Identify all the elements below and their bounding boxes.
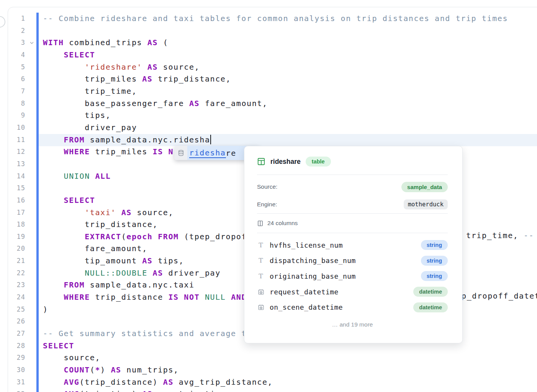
code-fragment-right-of-tooltip: p_dropoff_datet — [462, 291, 537, 301]
code-token: trip_distance, — [43, 220, 158, 229]
table-info-tooltip: rideshare table Source:sample_dataEngine… — [244, 146, 463, 343]
code-line[interactable]: trip_miles AS trip_distance, — [43, 73, 537, 85]
code-token: trip_time, — [43, 87, 137, 96]
code-token — [90, 172, 95, 181]
code-line[interactable]: COUNT(*) AS num_trips, — [43, 364, 537, 376]
tooltip-meta: Source:sample_dataEngine:motherduck — [257, 175, 448, 213]
code-token — [43, 50, 64, 59]
code-token — [43, 292, 64, 302]
code-token — [43, 280, 64, 289]
column-name: originating_base_num — [270, 272, 356, 280]
line-number[interactable]: 30 — [0, 364, 25, 376]
table-kind-badge: table — [306, 157, 331, 167]
line-number[interactable]: 27 — [0, 328, 25, 340]
code-token: FROM — [64, 280, 85, 289]
code-token — [43, 135, 64, 144]
code-line[interactable]: -- Combine rideshare and taxi tables for… — [43, 13, 537, 25]
code-token — [163, 147, 169, 156]
code-token: UNION — [64, 172, 90, 181]
line-number[interactable]: 3 — [0, 37, 25, 49]
fold-toggle[interactable] — [28, 37, 35, 49]
code-line[interactable]: base_passenger_fare AS fare_amount, — [43, 98, 537, 110]
line-number[interactable]: 25 — [0, 304, 25, 316]
code-line[interactable]: SELECT — [43, 49, 537, 61]
table-icon — [257, 157, 265, 166]
code-token: tip_amount — [43, 256, 142, 265]
code-token: avg_trip_time, — [153, 389, 231, 392]
table-name-title: rideshare — [270, 158, 301, 166]
code-token: AS — [121, 208, 132, 217]
code-token — [43, 365, 64, 374]
meta-label: Source: — [257, 183, 277, 190]
code-token: p_dropoff_datet — [462, 291, 537, 301]
line-number[interactable]: 1 — [0, 13, 25, 25]
code-token: avg_trip_distance, — [174, 377, 273, 387]
autocomplete-rest-text: re — [226, 149, 236, 158]
column-row: Thvfhs_license_numstring — [257, 237, 448, 253]
code-token: source, — [158, 62, 200, 72]
code-token: AS — [147, 62, 158, 72]
code-line[interactable]: source, — [43, 352, 537, 364]
line-number[interactable]: 9 — [0, 109, 25, 122]
line-number[interactable]: 22 — [0, 267, 25, 279]
code-fragment-right-of-tooltip: trip_time, -- — [466, 231, 534, 240]
code-token: 'rideshare' — [85, 62, 142, 72]
line-number[interactable]: 11 — [0, 134, 25, 146]
line-number[interactable]: 6 — [0, 73, 25, 85]
column-row: on_scene_datetimedatetime — [257, 299, 448, 315]
line-number[interactable]: 4 — [0, 49, 25, 61]
line-number[interactable]: 14 — [0, 170, 25, 183]
code-token: AS — [142, 74, 152, 83]
code-token: tips, — [43, 111, 111, 120]
line-number[interactable]: 29 — [0, 352, 25, 364]
code-token: EXTRACT — [85, 232, 121, 241]
code-line[interactable]: driver_pay — [43, 122, 537, 134]
line-number[interactable]: 16 — [0, 194, 25, 207]
code-line[interactable]: AVG(trip_time) AS avg_trip_time, — [43, 388, 537, 392]
line-number[interactable]: 32 — [0, 388, 25, 392]
line-number[interactable]: 17 — [0, 207, 25, 219]
line-number[interactable]: 5 — [0, 61, 25, 74]
line-number[interactable]: 10 — [0, 122, 25, 134]
code-token: base_passenger_fare — [43, 99, 189, 108]
line-number[interactable]: 21 — [0, 255, 25, 267]
code-token — [147, 268, 153, 278]
code-token: epoch — [126, 232, 152, 241]
code-token — [226, 292, 231, 302]
code-line[interactable]: WITH combined_trips AS ( — [43, 37, 537, 49]
code-token: WHERE — [64, 292, 90, 302]
code-token: COUNT — [64, 365, 90, 374]
code-line[interactable]: tips, — [43, 109, 537, 122]
line-number[interactable]: 23 — [0, 279, 25, 291]
code-line[interactable]: AVG(trip_distance) AS avg_trip_distance, — [43, 376, 537, 389]
autocomplete-match-text: ridesha — [189, 148, 226, 158]
line-number[interactable]: 24 — [0, 291, 25, 304]
code-line[interactable]: FROM sample_data.nyc.ridesha — [43, 134, 537, 146]
line-number[interactable]: 12 — [0, 146, 25, 158]
line-number[interactable]: 26 — [0, 315, 25, 328]
code-line[interactable]: trip_time, — [43, 85, 537, 98]
line-number[interactable]: 28 — [0, 340, 25, 352]
code-token: -- — [524, 231, 534, 240]
code-token: NULL — [205, 292, 226, 302]
code-token — [43, 147, 64, 156]
code-token: ( — [158, 38, 168, 47]
code-line[interactable]: 'rideshare' AS source, — [43, 61, 537, 74]
text-type-icon: T — [257, 257, 265, 264]
line-number[interactable]: 8 — [0, 98, 25, 110]
code-line[interactable] — [43, 25, 537, 37]
text-cursor — [210, 135, 211, 144]
line-number[interactable]: 13 — [0, 158, 25, 170]
code-token — [142, 62, 147, 72]
line-number[interactable]: 2 — [0, 25, 25, 37]
line-number[interactable]: 20 — [0, 243, 25, 255]
line-number[interactable]: 7 — [0, 85, 25, 98]
text-type-icon: T — [257, 273, 265, 279]
code-token: SELECT — [64, 196, 95, 205]
line-number[interactable]: 31 — [0, 376, 25, 389]
line-number[interactable]: 18 — [0, 219, 25, 231]
line-number[interactable]: 19 — [0, 231, 25, 243]
line-number[interactable]: 15 — [0, 182, 25, 194]
code-token: (tpep_dropof — [179, 232, 247, 241]
code-token: -- Combine rideshare and taxi tables for… — [43, 14, 508, 23]
